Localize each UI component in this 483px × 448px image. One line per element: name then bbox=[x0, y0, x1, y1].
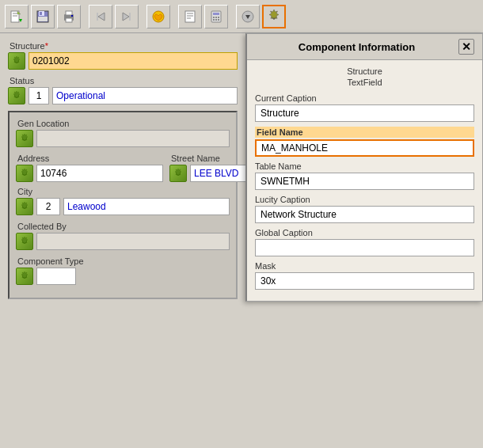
status-field-group: Status bbox=[8, 76, 238, 104]
lucity-caption-row: Lucity Caption bbox=[255, 195, 474, 223]
global-caption-label: Global Caption bbox=[255, 228, 474, 237]
address-gear-icon[interactable] bbox=[16, 165, 33, 182]
city-field-group: City bbox=[16, 187, 230, 215]
calc-button[interactable] bbox=[204, 5, 228, 28]
lucity-caption-input[interactable] bbox=[255, 206, 474, 223]
status-text-input[interactable] bbox=[52, 87, 238, 104]
structure-gear-icon[interactable] bbox=[8, 52, 25, 70]
svg-rect-27 bbox=[213, 19, 215, 21]
street-name-gear-icon[interactable] bbox=[169, 165, 187, 182]
gen-location-field-group: Gen Location bbox=[16, 119, 230, 147]
svg-rect-28 bbox=[215, 19, 217, 21]
city-gear-icon[interactable] bbox=[16, 198, 33, 215]
table-name-row: Table Name bbox=[255, 161, 474, 190]
svg-rect-18 bbox=[185, 11, 195, 22]
component-type-input[interactable] bbox=[36, 268, 76, 285]
status-num-input[interactable] bbox=[29, 87, 49, 104]
svg-marker-13 bbox=[98, 13, 105, 21]
new-button[interactable] bbox=[5, 5, 29, 28]
field-name-row: Field Name bbox=[255, 127, 474, 157]
table-name-label: Table Name bbox=[255, 161, 474, 171]
component-type-label: Component Type bbox=[16, 256, 230, 266]
svg-rect-29 bbox=[218, 19, 219, 21]
structure-label: Structure* bbox=[8, 41, 238, 51]
gen-location-label: Gen Location bbox=[16, 119, 230, 128]
back-button[interactable] bbox=[89, 5, 112, 28]
city-row bbox=[16, 198, 230, 215]
component-type-row bbox=[16, 268, 230, 285]
comp-subtitle2: TextField bbox=[255, 78, 474, 87]
svg-marker-4 bbox=[19, 19, 22, 22]
field-name-input[interactable] bbox=[255, 139, 474, 157]
toolbar bbox=[0, 0, 483, 33]
svg-rect-25 bbox=[215, 17, 217, 18]
comp-info-body: Structure TextField Current Caption Fiel… bbox=[247, 60, 482, 301]
lucity-caption-label: Lucity Caption bbox=[255, 195, 474, 204]
current-caption-label: Current Caption bbox=[255, 93, 474, 103]
comp-info-header: Component Information ✕ bbox=[247, 34, 482, 60]
gen-location-row bbox=[16, 130, 230, 147]
address-field-group: Address bbox=[16, 154, 163, 182]
svg-rect-11 bbox=[66, 18, 72, 22]
status-label: Status bbox=[8, 76, 238, 85]
component-info-panel: Component Information ✕ Structure TextFi… bbox=[245, 33, 483, 302]
comp-info-title: Component Information bbox=[255, 41, 458, 53]
gen-location-gear-icon[interactable] bbox=[16, 130, 33, 147]
address-row bbox=[16, 165, 163, 182]
component-type-field-group: Component Type bbox=[16, 256, 230, 285]
structure-row bbox=[8, 52, 238, 70]
svg-rect-26 bbox=[218, 17, 219, 18]
structure-field-group: Structure* bbox=[8, 41, 238, 70]
main-content: Structure* Flow Basin Status bbox=[0, 33, 483, 448]
city-num-input[interactable] bbox=[36, 198, 60, 215]
inset-panel: Gen Location Address bbox=[8, 111, 238, 299]
svg-rect-7 bbox=[40, 12, 42, 15]
comp-close-button[interactable]: ✕ bbox=[458, 39, 474, 55]
status-row bbox=[8, 87, 238, 104]
collected-by-gear-icon[interactable] bbox=[16, 233, 33, 250]
mask-label: Mask bbox=[255, 261, 474, 271]
collected-by-input[interactable] bbox=[36, 233, 230, 250]
component-type-gear-icon[interactable] bbox=[16, 268, 33, 285]
save-button[interactable] bbox=[31, 5, 55, 28]
gen-location-input[interactable] bbox=[36, 130, 230, 147]
city-text-input[interactable] bbox=[63, 198, 230, 215]
report-button[interactable] bbox=[178, 5, 202, 28]
svg-rect-10 bbox=[66, 11, 72, 15]
city-label: City bbox=[16, 187, 230, 196]
collected-by-label: Collected By bbox=[16, 222, 230, 231]
svg-rect-8 bbox=[38, 17, 48, 21]
print-button[interactable] bbox=[57, 5, 81, 28]
svg-marker-15 bbox=[123, 13, 129, 21]
current-caption-input[interactable] bbox=[255, 104, 474, 122]
svg-rect-12 bbox=[71, 15, 73, 17]
comp-subtitle1: Structure bbox=[255, 66, 474, 76]
global-caption-row: Global Caption bbox=[255, 228, 474, 256]
address-label: Address bbox=[16, 154, 163, 163]
current-caption-row: Current Caption bbox=[255, 93, 474, 122]
svg-rect-23 bbox=[213, 13, 219, 15]
table-name-input[interactable] bbox=[255, 173, 474, 190]
field-name-label: Field Name bbox=[255, 127, 474, 138]
settings-button[interactable] bbox=[262, 5, 286, 28]
arrow-down-button[interactable] bbox=[236, 5, 260, 28]
structure-input[interactable] bbox=[29, 52, 238, 70]
forward-button[interactable] bbox=[115, 5, 139, 28]
address-input[interactable] bbox=[36, 165, 163, 182]
svg-rect-24 bbox=[213, 17, 215, 18]
collected-by-row bbox=[16, 233, 230, 250]
mask-input[interactable] bbox=[255, 272, 474, 290]
address-street-row: Address Street Name bbox=[16, 154, 230, 182]
safety-button[interactable] bbox=[146, 5, 170, 28]
left-panel: Structure* Flow Basin Status bbox=[0, 33, 245, 448]
mask-row: Mask bbox=[255, 261, 474, 290]
collected-by-field-group: Collected By bbox=[16, 222, 230, 250]
global-caption-input[interactable] bbox=[255, 239, 474, 256]
status-gear-icon[interactable] bbox=[8, 87, 25, 104]
